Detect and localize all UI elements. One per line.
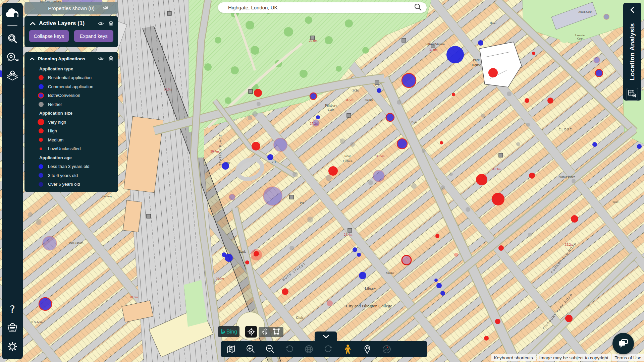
planning-marker-r[interactable] [547, 98, 553, 104]
planning-marker-r[interactable] [484, 336, 489, 341]
planning-marker-r[interactable] [254, 251, 259, 256]
planning-marker-c[interactable] [39, 298, 52, 310]
planning-marker-g[interactable] [481, 114, 485, 118]
search-input[interactable] [227, 4, 414, 11]
planning-marker-rs[interactable] [327, 300, 333, 306]
planning-marker-b[interactable] [434, 279, 438, 282]
rotate-left-button[interactable] [280, 341, 299, 357]
planning-marker-r[interactable] [328, 166, 338, 176]
search-icon[interactable] [414, 3, 422, 12]
planning-marker-b[interactable] [478, 40, 483, 46]
planning-marker-r[interactable] [571, 215, 578, 223]
planning-marker-r[interactable] [282, 288, 288, 295]
planning-marker-rs[interactable] [454, 253, 458, 257]
planning-marker-g[interactable] [248, 116, 252, 120]
sidebar-item-help[interactable]: ? [2, 300, 23, 318]
planning-marker-g[interactable] [422, 149, 426, 153]
planning-marker-g[interactable] [36, 219, 42, 225]
planning-marker-r[interactable] [525, 98, 529, 103]
zoom-out-button[interactable] [260, 341, 280, 357]
planning-marker-g[interactable] [449, 173, 453, 176]
planning-marker-rd[interactable] [402, 255, 411, 265]
collapse-toolbar-button[interactable] [315, 331, 337, 341]
planning-marker-r[interactable] [476, 174, 487, 185]
planning-marker-g[interactable] [307, 217, 313, 223]
planning-marker-r[interactable] [492, 193, 504, 205]
planning-marker-p[interactable] [274, 138, 287, 152]
planning-marker-g[interactable] [528, 233, 532, 237]
planning-marker-g[interactable] [28, 212, 33, 217]
basemap-button[interactable] [221, 341, 241, 357]
planning-marker-g[interactable] [350, 142, 355, 147]
planning-marker-p[interactable] [604, 14, 609, 19]
site-report-icon[interactable] [627, 88, 638, 101]
drop-pin-button[interactable] [358, 341, 377, 357]
sidebar-item-measure[interactable] [2, 48, 23, 67]
sidebar-item-layers[interactable] [2, 67, 23, 86]
expand-keys-button[interactable]: Expand keys [74, 30, 114, 42]
planning-marker-g[interactable] [466, 207, 470, 212]
chevron-up-icon[interactable] [30, 57, 35, 60]
planning-marker-g[interactable] [440, 185, 445, 190]
app-logo[interactable] [2, 3, 23, 24]
planning-marker-b[interactable] [353, 247, 357, 252]
planning-marker-b[interactable] [357, 253, 361, 257]
eye-icon[interactable] [98, 21, 104, 26]
planning-marker-g[interactable] [516, 142, 520, 146]
planning-marker-b[interactable] [440, 291, 445, 296]
planning-marker-p[interactable] [229, 194, 235, 200]
planning-marker-c[interactable] [386, 113, 394, 121]
planning-marker-g[interactable] [340, 138, 345, 144]
terms-of-use-link[interactable]: Terms of Use [612, 354, 644, 361]
planning-marker-b[interactable] [359, 272, 366, 279]
planning-marker-b[interactable] [377, 88, 381, 93]
planning-marker-r[interactable] [532, 52, 535, 55]
planning-marker-g[interactable] [507, 92, 512, 96]
sidebar-item-basket[interactable] [2, 318, 23, 337]
planning-marker-c[interactable] [402, 73, 416, 87]
sidebar-item-search[interactable] [2, 29, 23, 48]
planning-marker-b[interactable] [222, 162, 229, 170]
keyboard-shortcuts-link[interactable]: Keyboard shortcuts [491, 354, 536, 361]
properties-shown-bar[interactable]: Properties shown (0) [24, 2, 118, 14]
planning-marker-g[interactable] [526, 123, 530, 127]
planning-marker-b[interactable] [267, 154, 273, 160]
eye-slash-icon[interactable] [103, 5, 109, 11]
planning-marker-p[interactable] [373, 170, 384, 182]
planning-marker-g[interactable] [292, 172, 298, 177]
planning-marker-c[interactable] [595, 69, 603, 77]
collapse-keys-button[interactable]: Collapse keys [29, 30, 69, 42]
planning-marker-r[interactable] [488, 68, 498, 77]
planning-marker-c[interactable] [397, 139, 407, 149]
chevron-up-icon[interactable] [30, 22, 36, 25]
planning-marker-r[interactable] [440, 141, 443, 144]
planning-marker-p[interactable] [263, 187, 282, 205]
planning-marker-r[interactable] [435, 234, 439, 238]
locate-me-button[interactable] [245, 326, 257, 338]
planning-marker-r[interactable] [452, 93, 455, 96]
planning-marker-r[interactable] [498, 245, 504, 251]
planning-marker-b[interactable] [637, 144, 642, 149]
planning-marker-p[interactable] [594, 57, 600, 63]
pan-hand-button[interactable] [262, 328, 269, 337]
polygon-select-button[interactable] [272, 328, 280, 337]
rotate-right-button[interactable] [319, 341, 338, 357]
trash-icon[interactable] [109, 56, 113, 61]
globe-3d-button[interactable]: 3D [299, 341, 319, 357]
location-search-bar[interactable] [218, 2, 427, 13]
planning-marker-c[interactable] [310, 93, 317, 100]
sidebar-item-settings[interactable] [2, 337, 23, 356]
planning-marker-g[interactable] [326, 175, 332, 181]
planning-marker-r[interactable] [252, 142, 260, 150]
zoom-in-button[interactable] [241, 341, 260, 357]
planning-marker-g[interactable] [572, 179, 576, 183]
planning-marker-g[interactable] [411, 183, 417, 189]
chat-launcher[interactable] [612, 333, 634, 354]
planning-marker-b[interactable] [446, 46, 464, 63]
planning-marker-b[interactable] [436, 283, 442, 288]
eye-icon[interactable] [98, 57, 104, 61]
planning-marker-p[interactable] [43, 236, 57, 250]
planning-marker-r[interactable] [495, 319, 500, 324]
planning-marker-r[interactable] [565, 315, 573, 322]
planning-marker-b[interactable] [592, 142, 597, 147]
